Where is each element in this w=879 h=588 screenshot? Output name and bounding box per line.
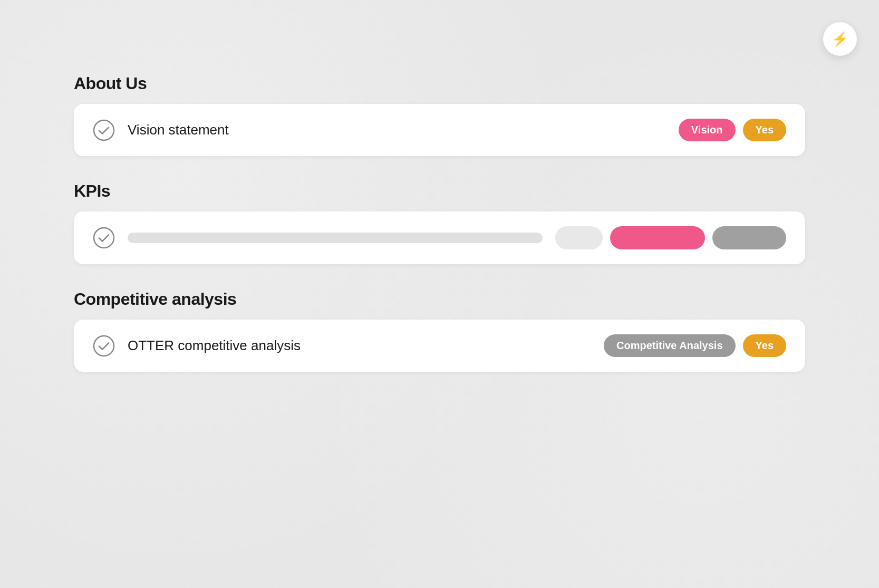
vision-tag[interactable]: Vision	[679, 119, 736, 141]
otter-check-icon	[93, 335, 115, 357]
about-us-section: About Us Vision statement Vision Yes	[74, 74, 805, 156]
competitive-analysis-title: Competitive analysis	[74, 290, 805, 309]
svg-point-0	[94, 120, 114, 140]
about-us-title: About Us	[74, 74, 805, 93]
kpi-loading-tag-small	[555, 226, 603, 249]
competitive-analysis-section: Competitive analysis OTTER competitive a…	[74, 290, 805, 372]
svg-point-1	[94, 228, 114, 248]
vision-statement-label: Vision statement	[128, 122, 666, 138]
kpi-loading-text-bar	[128, 233, 543, 243]
otter-competitive-card[interactable]: OTTER competitive analysis Competitive A…	[74, 320, 805, 372]
kpi-loading-card	[74, 211, 805, 264]
vision-check-icon	[93, 119, 115, 141]
vision-statement-card[interactable]: Vision statement Vision Yes	[74, 104, 805, 156]
competitive-analysis-tag[interactable]: Competitive Analysis	[604, 334, 736, 357]
kpis-section: KPIs	[74, 181, 805, 264]
otter-competitive-label: OTTER competitive analysis	[128, 338, 591, 354]
svg-point-2	[94, 336, 114, 356]
kpi-check-icon	[93, 227, 115, 249]
kpi-loading-tags	[555, 226, 786, 249]
kpi-loading-tag-dark	[712, 226, 786, 249]
vision-statement-tags: Vision Yes	[679, 119, 786, 141]
lightning-quick-actions-button[interactable]: ⚡	[823, 22, 857, 56]
kpis-title: KPIs	[74, 181, 805, 201]
lightning-icon: ⚡	[832, 31, 848, 47]
competitive-yes-tag[interactable]: Yes	[743, 334, 786, 357]
kpi-loading-tag-pink	[610, 226, 705, 249]
page-content: About Us Vision statement Vision Yes KPI…	[0, 0, 879, 429]
vision-yes-tag[interactable]: Yes	[743, 119, 786, 141]
otter-competitive-tags: Competitive Analysis Yes	[604, 334, 786, 357]
